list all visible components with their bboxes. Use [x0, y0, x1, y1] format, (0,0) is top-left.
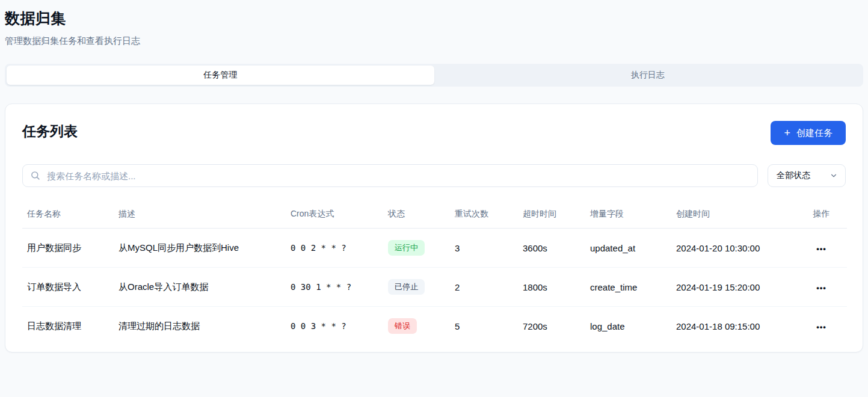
task-description-cell: 清理过期的日志数据: [114, 307, 286, 346]
timeout-cell: 7200s: [518, 307, 585, 346]
incremental-field-cell: create_time: [585, 268, 671, 307]
search-icon: [30, 170, 40, 180]
task-name-cell: 订单数据导入: [22, 268, 114, 307]
search-input[interactable]: [22, 164, 758, 187]
retry-count-cell: 2: [450, 268, 518, 307]
retry-count-cell: 5: [450, 307, 518, 346]
column-header: 重试次数: [450, 203, 518, 229]
task-table: 任务名称描述Cron表达式状态重试次数超时时间增量字段创建时间操作 用户数据同步…: [22, 203, 847, 346]
created-time-cell: 2024-01-19 15:20:00: [671, 268, 796, 307]
column-header: 增量字段: [585, 203, 671, 229]
card-header: 任务列表 + 创建任务: [22, 121, 846, 145]
task-list-card: 任务列表 + 创建任务 全部状态: [5, 103, 863, 352]
incremental-field-cell: updated_at: [585, 229, 671, 268]
actions-cell: •••: [796, 229, 847, 268]
tab-bar: 任务管理 执行日志: [5, 64, 863, 87]
table-row: 订单数据导入 从Oracle导入订单数据 0 30 1 * * ? 已停止 2 …: [22, 268, 847, 307]
tab-execution-logs[interactable]: 执行日志: [434, 66, 862, 85]
plus-icon: +: [784, 128, 790, 138]
column-header: 描述: [114, 203, 286, 229]
create-task-button-label: 创建任务: [796, 128, 833, 139]
status-badge: 运行中: [388, 240, 425, 256]
status-cell: 错误: [383, 307, 450, 346]
cron-expression-cell: 0 0 3 * * ?: [286, 307, 383, 346]
chevron-down-icon: [830, 171, 838, 180]
task-description-cell: 从Oracle导入订单数据: [114, 268, 286, 307]
timeout-cell: 1800s: [518, 268, 585, 307]
status-cell: 运行中: [383, 229, 450, 268]
row-actions-button[interactable]: •••: [816, 284, 826, 292]
column-header: 创建时间: [671, 203, 796, 229]
column-header: 任务名称: [22, 203, 114, 229]
task-table-body: 用户数据同步 从MySQL同步用户数据到Hive 0 0 2 * * ? 运行中…: [22, 229, 847, 346]
table-row: 用户数据同步 从MySQL同步用户数据到Hive 0 0 2 * * ? 运行中…: [22, 229, 847, 268]
timeout-cell: 3600s: [518, 229, 585, 268]
created-time-cell: 2024-01-18 09:15:00: [671, 307, 796, 346]
row-actions-button[interactable]: •••: [816, 245, 826, 253]
created-time-cell: 2024-01-20 10:30:00: [671, 229, 796, 268]
task-description-cell: 从MySQL同步用户数据到Hive: [114, 229, 286, 268]
task-name-cell: 用户数据同步: [22, 229, 114, 268]
row-actions-button[interactable]: •••: [816, 323, 826, 331]
column-header: 状态: [383, 203, 450, 229]
page-title: 数据归集: [5, 8, 863, 28]
cron-expression-cell: 0 0 2 * * ?: [286, 229, 383, 268]
status-badge: 已停止: [388, 279, 425, 295]
page: 数据归集 管理数据归集任务和查看执行日志 任务管理 执行日志 任务列表 + 创建…: [0, 0, 868, 352]
status-cell: 已停止: [383, 268, 450, 307]
retry-count-cell: 3: [450, 229, 518, 268]
actions-cell: •••: [796, 307, 847, 346]
controls-row: 全部状态: [22, 164, 846, 187]
incremental-field-cell: log_date: [585, 307, 671, 346]
actions-cell: •••: [796, 268, 847, 307]
card-title: 任务列表: [22, 121, 78, 141]
column-header: 超时时间: [518, 203, 585, 229]
task-name-cell: 日志数据清理: [22, 307, 114, 346]
status-filter-select[interactable]: 全部状态: [768, 164, 846, 187]
column-header: 操作: [796, 203, 847, 229]
table-row: 日志数据清理 清理过期的日志数据 0 0 3 * * ? 错误 5 7200s …: [22, 307, 847, 346]
status-filter-value: 全部状态: [777, 170, 810, 181]
column-header: Cron表达式: [286, 203, 383, 229]
table-header-row: 任务名称描述Cron表达式状态重试次数超时时间增量字段创建时间操作: [22, 203, 847, 229]
create-task-button[interactable]: + 创建任务: [771, 121, 846, 145]
cron-expression-cell: 0 30 1 * * ?: [286, 268, 383, 307]
status-badge: 错误: [388, 318, 417, 334]
page-subtitle: 管理数据归集任务和查看执行日志: [5, 35, 863, 47]
search-box: [22, 164, 758, 187]
tab-task-management[interactable]: 任务管理: [7, 66, 434, 85]
